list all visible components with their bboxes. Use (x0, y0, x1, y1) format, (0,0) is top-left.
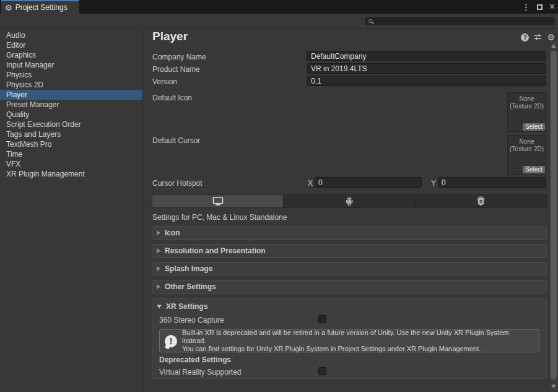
tab-android[interactable] (284, 195, 415, 207)
sidebar-item-player[interactable]: Player (0, 90, 142, 100)
gear-icon[interactable]: ⚙ (547, 33, 555, 41)
hotspot-x-field[interactable] (315, 177, 422, 188)
chevron-right-icon (157, 248, 160, 253)
default-icon-select-button[interactable]: Select (523, 123, 545, 131)
sidebar-item-textmesh-pro[interactable]: TextMesh Pro (0, 139, 142, 149)
scroll-down-icon[interactable] (551, 385, 556, 388)
version-field[interactable] (307, 76, 546, 86)
sidebar-item-tags-and-layers[interactable]: Tags and Layers (0, 129, 142, 139)
chevron-right-icon (157, 266, 160, 271)
warning-text-line1: Built-in XR is deprecated and will be re… (182, 329, 534, 345)
sidebar-item-graphics[interactable]: Graphics (0, 50, 142, 60)
help-icon[interactable]: ? (521, 33, 529, 41)
product-name-field[interactable] (307, 63, 546, 74)
search-input[interactable] (364, 16, 556, 26)
platform-tab-bar: 5 (152, 194, 547, 208)
default-cursor-object-field[interactable]: None (Texture 2D) Select (507, 135, 546, 175)
scrollbar-thumb[interactable] (551, 51, 557, 380)
tab-webgl[interactable]: 5 (416, 195, 546, 207)
section-xr-settings: XR Settings 360 Stereo Capture Built-in … (152, 298, 547, 379)
player-settings-panel: Player ? ⚙ Company Name Product Name Ver… (143, 29, 558, 392)
svg-text:5: 5 (479, 199, 482, 204)
hotspot-y-field[interactable] (438, 177, 546, 188)
stereo-capture-checkbox[interactable] (318, 315, 326, 323)
default-icon-type-text: (Texture 2D) (508, 103, 546, 110)
search-icon (368, 19, 372, 23)
project-settings-window: ⚙ Project Settings ⋮ × Audio Editor Grap… (0, 0, 558, 392)
section-other-settings[interactable]: Other Settings (152, 280, 547, 294)
scroll-up-icon[interactable] (551, 44, 556, 48)
titlebar: ⚙ Project Settings ⋮ × (0, 0, 558, 14)
default-icon-none-text: None (508, 95, 546, 103)
deprecated-settings-header: Deprecated Settings (159, 355, 231, 364)
cursor-hotspot-label: Cursor Hotspot (152, 179, 203, 188)
maximize-icon[interactable] (537, 4, 543, 10)
page-title: Player (152, 30, 188, 43)
sidebar-item-xr-plugin-management[interactable]: XR Plugin Management (0, 169, 142, 179)
sidebar-item-quality[interactable]: Quality (0, 110, 142, 120)
warning-text-line2: You can find settings for Unity XR Plugi… (182, 345, 534, 353)
android-icon (345, 196, 354, 206)
default-cursor-none-text: None (508, 138, 546, 146)
sidebar-item-physics-2d[interactable]: Physics 2D (0, 80, 142, 90)
project-settings-gear-icon: ⚙ (5, 4, 12, 12)
inspector-header-icons: ? ⚙ (521, 33, 555, 41)
default-cursor-select-button[interactable]: Select (523, 166, 545, 173)
version-label: Version (152, 77, 177, 86)
sidebar-item-vfx[interactable]: VFX (0, 159, 142, 169)
company-name-label: Company Name (152, 53, 206, 61)
stereo-capture-label: 360 Stereo Capture (159, 316, 224, 324)
tab-standalone[interactable] (152, 195, 284, 207)
sidebar-item-time[interactable]: Time (0, 149, 142, 159)
default-icon-label: Default Icon (152, 94, 192, 102)
presets-icon[interactable] (534, 33, 542, 41)
section-resolution-and-presentation[interactable]: Resolution and Presentation (152, 244, 547, 258)
vertical-scrollbar[interactable] (549, 41, 558, 391)
default-cursor-type-text: (Texture 2D) (508, 146, 546, 153)
company-name-field[interactable] (307, 51, 546, 61)
sidebar-item-editor[interactable]: Editor (0, 40, 142, 50)
chevron-right-icon (157, 284, 160, 289)
product-name-label: Product Name (152, 65, 200, 74)
sidebar-item-input-manager[interactable]: Input Manager (0, 60, 142, 70)
platform-settings-header: Settings for PC, Mac & Linux Standalone (152, 213, 287, 222)
xr-deprecation-warning: Built-in XR is deprecated and will be re… (159, 329, 539, 352)
section-splash-image[interactable]: Splash Image (152, 262, 547, 276)
xr-settings-header[interactable]: XR Settings (157, 302, 207, 311)
toolbar (0, 14, 558, 28)
default-icon-object-field[interactable]: None (Texture 2D) Select (507, 92, 546, 132)
kebab-menu-icon[interactable]: ⋮ (522, 2, 530, 12)
section-icon[interactable]: Icon (152, 226, 547, 240)
monitor-icon (212, 197, 224, 206)
html5-icon: 5 (477, 196, 485, 206)
window-tab-project-settings[interactable]: ⚙ Project Settings (1, 0, 79, 14)
vr-supported-label: Virtual Reality Supported (159, 368, 242, 377)
chevron-right-icon (157, 230, 160, 235)
hotspot-x-label: X (308, 179, 313, 188)
sidebar-item-preset-manager[interactable]: Preset Manager (0, 100, 142, 110)
hotspot-y-label: Y (431, 179, 436, 188)
sidebar-item-physics[interactable]: Physics (0, 70, 142, 80)
window-tab-title: Project Settings (15, 3, 68, 12)
default-cursor-label: Default Cursor (152, 136, 200, 145)
window-controls: ⋮ × (522, 0, 555, 14)
warning-icon (165, 335, 177, 347)
close-icon[interactable]: × (549, 2, 555, 12)
vr-supported-checkbox[interactable] (318, 367, 326, 375)
settings-category-list: Audio Editor Graphics Input Manager Phys… (0, 29, 143, 392)
sidebar-item-script-execution-order[interactable]: Script Execution Order (0, 120, 142, 129)
sidebar-item-audio[interactable]: Audio (0, 30, 142, 40)
chevron-down-icon (157, 305, 162, 308)
